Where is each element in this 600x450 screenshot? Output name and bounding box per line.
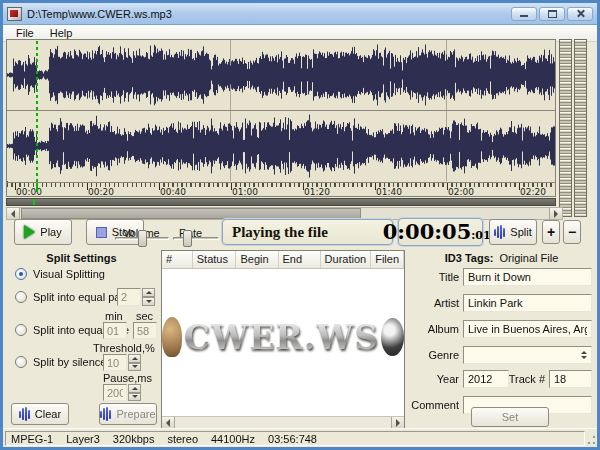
track-input[interactable] xyxy=(549,370,592,388)
spin-up-icon xyxy=(132,387,138,390)
ruler-label: 00:00 xyxy=(16,187,42,197)
volume-slider[interactable]: Volume xyxy=(115,230,169,247)
ruler-label: 01:40 xyxy=(376,187,402,197)
id3-tags-panel: ID3 Tags: Original File Title Artist Alb… xyxy=(407,250,596,429)
threshold-field[interactable] xyxy=(103,354,127,371)
watermark-character-right xyxy=(381,318,404,356)
watermark-text: CWER.WS xyxy=(184,318,379,357)
time-ruler[interactable]: 00:00 00:20 00:40 01:00 01:20 01:40 02:0… xyxy=(7,182,555,196)
rate-thumb[interactable] xyxy=(183,230,192,247)
threshold-label: Threshold,% xyxy=(93,342,155,354)
pause-spinner[interactable] xyxy=(128,384,141,401)
menu-item-file[interactable]: File xyxy=(8,26,42,40)
scroll-left-icon xyxy=(166,419,170,427)
table-scroll-left-button[interactable] xyxy=(162,417,175,428)
app-window: D:\Temp\www.CWER.ws.mp3 File Help 00:00 … xyxy=(0,0,600,450)
play-label: Play xyxy=(40,226,61,238)
spin-up-button[interactable] xyxy=(128,354,141,363)
seconds-field[interactable] xyxy=(133,322,157,339)
table-header-end[interactable]: End xyxy=(279,251,321,268)
prepare-label: Prepare xyxy=(116,408,155,420)
equal-parts-field[interactable] xyxy=(117,288,141,306)
segments-table: # Status Begin End Duration Filen CWER.W… xyxy=(161,250,405,429)
table-header-duration[interactable]: Duration xyxy=(321,251,372,268)
split-wave-icon xyxy=(494,225,505,239)
spin-up-button[interactable] xyxy=(142,288,155,297)
radio-icon xyxy=(15,291,27,303)
artist-label: Artist xyxy=(407,297,459,309)
maximize-button[interactable] xyxy=(539,7,565,21)
seek-band[interactable] xyxy=(6,198,556,206)
combo-up-icon xyxy=(581,351,587,354)
table-scroll-right-button[interactable] xyxy=(391,417,404,428)
volume-thumb[interactable] xyxy=(138,230,147,247)
rate-track[interactable] xyxy=(173,237,219,240)
split-label: Split xyxy=(510,226,531,238)
split-button[interactable]: Split xyxy=(489,219,537,245)
split-settings-title: Split Settings xyxy=(5,250,158,264)
vertical-zoom-slider-1[interactable] xyxy=(559,39,572,217)
status-duration: 03:56:748 xyxy=(268,433,317,445)
table-header-begin[interactable]: Begin xyxy=(236,251,278,268)
title-bar[interactable]: D:\Temp\www.CWER.ws.mp3 xyxy=(3,3,597,25)
minimize-button[interactable] xyxy=(511,7,537,21)
maximize-icon xyxy=(548,10,557,18)
table-header-number[interactable]: # xyxy=(162,251,193,268)
status-info: MPEG-1 Layer3 320kbps stereo 44100Hz 03:… xyxy=(5,431,585,446)
prepare-wave-icon xyxy=(100,407,111,421)
set-button[interactable]: Set xyxy=(471,407,549,427)
spin-down-button[interactable] xyxy=(142,297,155,306)
spin-down-button[interactable] xyxy=(128,363,141,372)
radio-option-silence[interactable]: Split by silence xyxy=(15,356,106,368)
status-channels: stereo xyxy=(167,433,198,445)
radio-label: Visual Splitting xyxy=(33,268,105,280)
spin-up-button[interactable] xyxy=(128,384,141,393)
radio-option-visual-splitting[interactable]: Visual Splitting xyxy=(15,268,105,280)
radio-icon xyxy=(15,268,27,280)
prepare-button[interactable]: Prepare xyxy=(99,403,157,425)
minutes-field[interactable] xyxy=(103,322,127,339)
artist-input[interactable] xyxy=(463,294,592,312)
time-main: 0:00:05 xyxy=(383,219,472,245)
zoom-out-button[interactable]: − xyxy=(563,220,581,244)
title-input[interactable] xyxy=(463,268,592,286)
rate-slider[interactable]: Rate xyxy=(173,230,219,247)
playback-status-display: Playing the file xyxy=(222,219,393,245)
waveform-panel: 00:00 00:20 00:40 01:00 01:20 01:40 02:0… xyxy=(6,39,556,197)
resize-grip[interactable] xyxy=(585,435,596,446)
status-bar: MPEG-1 Layer3 320kbps stereo 44100Hz 03:… xyxy=(3,428,597,447)
close-button[interactable] xyxy=(567,7,593,21)
album-input[interactable] xyxy=(463,320,592,338)
clear-button[interactable]: Clear xyxy=(11,403,69,425)
radio-icon xyxy=(15,356,27,368)
status-bitrate: 320kbps xyxy=(113,433,155,445)
transport-bar: Play Stop Volume Rate Playing the file 0… xyxy=(3,217,597,249)
vertical-zoom-slider-2[interactable] xyxy=(574,39,587,217)
window-title: D:\Temp\www.CWER.ws.mp3 xyxy=(27,8,511,20)
table-body[interactable]: CWER.WS xyxy=(162,269,404,416)
combo-updown-icon[interactable] xyxy=(581,351,587,359)
menu-item-help[interactable]: Help xyxy=(42,26,81,40)
play-button[interactable]: Play xyxy=(14,219,72,245)
equal-parts-spinner[interactable] xyxy=(142,288,155,306)
pause-field[interactable] xyxy=(103,384,127,401)
ruler-cursor-marker xyxy=(36,183,38,192)
table-scrollbar-track[interactable] xyxy=(175,417,391,428)
spin-down-button[interactable] xyxy=(128,393,141,402)
year-label: Year xyxy=(407,373,459,385)
table-header-status[interactable]: Status xyxy=(193,251,237,268)
genre-combo[interactable] xyxy=(463,346,592,364)
min-label: min xyxy=(105,310,123,322)
id3-heading: ID3 Tags: Original File xyxy=(407,250,596,264)
radio-icon xyxy=(15,324,27,336)
spin-down-icon xyxy=(132,365,138,368)
table-header-filename[interactable]: Filen xyxy=(371,251,404,268)
threshold-spinner[interactable] xyxy=(128,354,141,371)
clear-wave-icon xyxy=(19,407,30,421)
radio-option-equal-parts[interactable]: Split into equal parts xyxy=(15,291,133,303)
genre-label: Genre xyxy=(407,349,459,361)
seek-marker xyxy=(33,199,35,205)
zoom-in-button[interactable]: + xyxy=(542,220,560,244)
waveform-display[interactable] xyxy=(7,40,555,181)
sec-label: sec xyxy=(136,310,153,322)
